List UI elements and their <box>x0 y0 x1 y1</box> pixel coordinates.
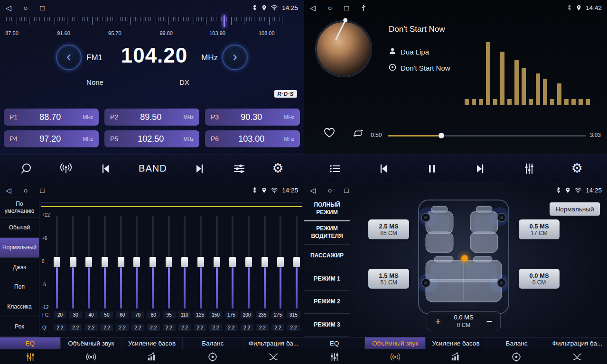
seek-thumb[interactable] <box>439 133 444 138</box>
listener-position-marker[interactable] <box>461 255 468 262</box>
preset-button-p2[interactable]: P289.50MHz <box>104 109 199 126</box>
back-button[interactable]: ◁ <box>6 187 11 194</box>
front-right-delay-button[interactable]: 0.5 MS 17 CM <box>519 219 560 239</box>
eq-band-slider[interactable] <box>118 216 124 309</box>
eq-band-slider[interactable] <box>197 216 204 309</box>
eq-band-slider[interactable] <box>181 216 188 309</box>
home-button[interactable]: ○ <box>328 4 332 11</box>
tab-surround[interactable]: Объёмный звук <box>365 337 426 349</box>
eq-preset-item[interactable]: По умолчанию <box>0 198 39 218</box>
eq-preset-item[interactable]: Нормальный <box>0 238 39 258</box>
slider-handle[interactable] <box>293 257 300 267</box>
slider-handle[interactable] <box>197 257 204 267</box>
slider-handle[interactable] <box>149 257 156 267</box>
eq-band-slider[interactable] <box>54 216 60 309</box>
eq-band-slider[interactable] <box>214 216 220 309</box>
slider-handle[interactable] <box>245 257 252 267</box>
increase-delay-button[interactable]: + <box>431 314 445 328</box>
home-button[interactable]: ○ <box>24 187 28 194</box>
mode-item[interactable]: РЕЖИМ ВОДИТЕЛЯ <box>304 221 350 245</box>
tab-filter[interactable]: Фильтрация ба... <box>243 337 304 349</box>
tab-balance[interactable]: Баланс <box>183 337 243 349</box>
eq-preset-item[interactable]: Рок <box>0 317 39 337</box>
slider-handle[interactable] <box>229 257 236 267</box>
preset-button-p1[interactable]: P188.70MHz <box>4 109 99 126</box>
tune-down-button[interactable]: ‹ <box>56 45 82 70</box>
back-button[interactable]: ◁ <box>6 4 11 11</box>
scan-icon[interactable] <box>20 163 32 175</box>
tab-bass[interactable]: Усиление басов <box>426 337 486 349</box>
repeat-icon[interactable] <box>352 128 365 140</box>
tab-balance[interactable]: Баланс <box>486 337 547 349</box>
rear-right-delay-button[interactable]: 0.0 MS 0 CM <box>519 269 560 289</box>
slider-handle[interactable] <box>54 257 60 267</box>
home-button[interactable]: ○ <box>328 187 332 194</box>
filter-icon[interactable] <box>243 349 304 364</box>
band-button[interactable]: BAND <box>139 163 167 174</box>
filter-icon[interactable] <box>547 349 607 364</box>
preset-button-p4[interactable]: P497.20MHz <box>4 130 99 147</box>
recents-button[interactable]: □ <box>40 187 45 194</box>
eq-band-slider[interactable] <box>293 216 300 309</box>
eq-preset-item[interactable]: Классика <box>0 297 39 317</box>
eq-band-slider[interactable] <box>102 216 108 309</box>
broadcast-icon[interactable] <box>59 163 73 175</box>
equalizer-icon[interactable] <box>523 163 535 175</box>
balance-icon[interactable] <box>486 349 547 364</box>
eq-band-slider[interactable] <box>133 216 140 309</box>
eq-preset-item[interactable]: Джаз <box>0 258 39 278</box>
surround-icon[interactable] <box>61 349 121 364</box>
playlist-icon[interactable] <box>329 163 341 175</box>
mode-item[interactable]: РЕЖИМ 3 <box>304 314 350 337</box>
eq-band-slider[interactable] <box>70 216 76 309</box>
next-track-icon[interactable] <box>474 163 486 175</box>
slider-handle[interactable] <box>118 257 124 267</box>
mode-item[interactable]: ПАССАЖИР <box>304 245 350 268</box>
eq-icon[interactable] <box>0 349 61 364</box>
eq-band-slider[interactable] <box>85 216 92 309</box>
eq-preset-item[interactable]: Обычай <box>0 218 39 238</box>
bass-icon[interactable] <box>426 349 486 364</box>
tab-eq[interactable]: EQ <box>304 337 365 349</box>
slider-handle[interactable] <box>277 257 284 267</box>
slider-handle[interactable] <box>181 257 188 267</box>
mode-item[interactable]: РЕЖИМ 1 <box>304 267 350 291</box>
rear-left-delay-button[interactable]: 1.5 MS 51 CM <box>368 269 409 289</box>
delay-preset-button[interactable]: Нормальный <box>550 202 600 216</box>
eq-band-slider[interactable] <box>245 216 252 309</box>
tab-surround[interactable]: Объёмный звук <box>61 337 121 349</box>
recents-button[interactable]: □ <box>345 187 349 194</box>
settings-gear-icon[interactable]: ⚙ <box>571 162 583 175</box>
eq-band-slider[interactable] <box>149 216 156 309</box>
recents-button[interactable]: □ <box>345 4 349 11</box>
settings-gear-icon[interactable]: ⚙ <box>272 162 283 175</box>
eq-band-slider[interactable] <box>277 216 284 309</box>
mixer-icon[interactable] <box>233 163 245 175</box>
tune-up-button[interactable]: › <box>222 45 248 70</box>
previous-track-icon[interactable] <box>377 163 390 175</box>
tab-eq[interactable]: EQ <box>0 337 61 349</box>
surround-icon[interactable] <box>365 349 426 364</box>
preset-button-p3[interactable]: P390.30MHz <box>205 109 300 126</box>
preset-button-p5[interactable]: P5102.50MHz <box>104 130 199 147</box>
slider-handle[interactable] <box>102 257 108 267</box>
bass-icon[interactable] <box>121 349 182 364</box>
mode-item[interactable]: РЕЖИМ 2 <box>304 291 350 314</box>
seek-slider[interactable] <box>388 132 586 139</box>
mode-item[interactable]: ПОЛНЫЙ РЕЖИМ <box>304 198 350 221</box>
tab-bass[interactable]: Усиление басов <box>121 337 182 349</box>
frequency-ruler[interactable] <box>4 17 282 28</box>
balance-icon[interactable] <box>182 349 243 364</box>
favorite-heart-icon[interactable] <box>323 127 336 140</box>
slider-handle[interactable] <box>70 257 76 267</box>
eq-band-slider[interactable] <box>229 216 236 309</box>
next-station-icon[interactable] <box>194 163 206 175</box>
eq-icon[interactable] <box>304 349 365 364</box>
slider-handle[interactable] <box>166 257 172 267</box>
back-button[interactable]: ◁ <box>310 4 316 11</box>
eq-preset-item[interactable]: Поп <box>0 277 39 297</box>
slider-handle[interactable] <box>85 257 92 267</box>
front-left-delay-button[interactable]: 2.5 MS 85 CM <box>368 219 409 239</box>
tab-filter[interactable]: Фильтрация ба... <box>547 337 607 349</box>
slider-handle[interactable] <box>214 257 220 267</box>
